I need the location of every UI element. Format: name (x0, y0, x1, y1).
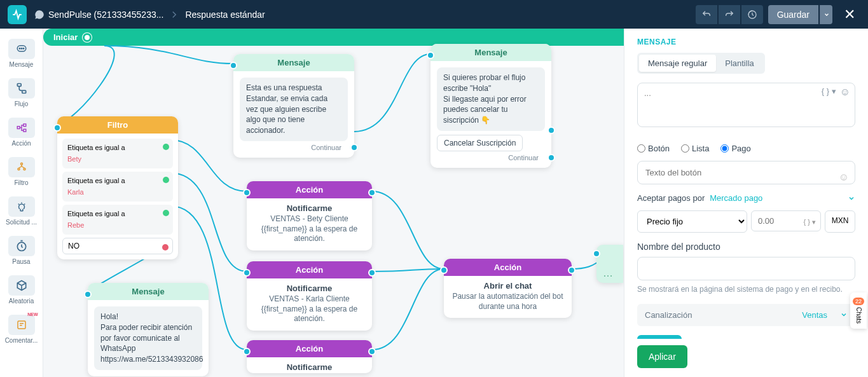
filter-condition[interactable]: Etiqueta es igual aRebe (62, 205, 173, 235)
apply-button[interactable]: Aplicar (637, 345, 687, 368)
radio-pago[interactable]: Pago (720, 144, 750, 153)
node-port-in[interactable] (440, 266, 448, 274)
panel-tabs: Mensaje regular Plantilla (637, 53, 765, 74)
radio-boton[interactable]: Botón (637, 144, 670, 153)
chevron-down-icon[interactable] (848, 195, 855, 202)
sidebar-item-comentar[interactable]: NEW Comentar... (4, 311, 39, 348)
node-port-in[interactable] (243, 269, 251, 277)
sidebar-item-solicitud[interactable]: Solicitud ... (4, 193, 39, 230)
node-port-in[interactable] (243, 189, 251, 196)
start-port[interactable] (83, 33, 92, 42)
radio-lista[interactable]: Lista (681, 144, 709, 153)
continue-label: Continuar (240, 141, 348, 151)
svg-rect-8 (24, 124, 26, 127)
action-title: Notificarme (247, 357, 372, 373)
save-dropdown-button[interactable] (820, 5, 832, 24)
message-text: Si quieres probar el flujo escribe "Hola… (437, 67, 545, 131)
product-name-input[interactable] (637, 257, 855, 280)
accept-payments-label: Aceptar pagos por (637, 193, 705, 203)
filter-no[interactable]: NO (62, 238, 173, 254)
whatsapp-icon (34, 10, 45, 20)
close-button[interactable]: ✕ (839, 4, 860, 25)
add-button[interactable]: Añadir (637, 335, 682, 339)
payment-provider-link[interactable]: Mercado pago (710, 193, 762, 203)
svg-point-10 (20, 163, 22, 165)
node-port-in[interactable] (84, 291, 92, 298)
action-node-3[interactable]: Acción Notificarme (247, 340, 372, 373)
node-port-out[interactable] (368, 189, 376, 196)
filter-condition[interactable]: Etiqueta es igual aBety (62, 139, 173, 168)
action-node-1[interactable]: Acción Notificarme VENTAS - Bety Cliente… (247, 181, 372, 250)
sidebar-item-flujo[interactable]: Flujo (4, 74, 39, 111)
node-port-in[interactable] (243, 348, 251, 355)
emoji-icon[interactable]: ☺ (840, 86, 850, 98)
redo-button[interactable] (719, 5, 740, 24)
action-node-openchat[interactable]: Acción Abrir el chat Pausar la automatiz… (444, 259, 572, 318)
chats-badge[interactable]: 22 Chats (850, 292, 867, 329)
svg-point-3 (21, 48, 22, 50)
node-header: Mensaje (88, 283, 209, 300)
node-port-in[interactable] (593, 250, 600, 257)
start-label: Iniciar (53, 32, 78, 42)
sidebar-item-aleatoria[interactable]: Aleatoria (4, 271, 39, 308)
cropped-node[interactable]: … (596, 245, 623, 283)
node-header: Filtro (57, 116, 178, 134)
sidebar-item-pausa[interactable]: Pausa (4, 232, 39, 269)
price-type-select[interactable]: Precio fijo (637, 210, 747, 233)
continue-label: Continuar (437, 151, 545, 161)
currency-label: MXN (825, 210, 855, 233)
node-port-in[interactable] (427, 51, 434, 59)
node-header: Acción (444, 259, 572, 276)
history-button[interactable] (741, 5, 763, 24)
message-button[interactable]: Cancelar Suscripción (437, 135, 523, 151)
port-true[interactable] (163, 144, 169, 150)
node-port-out[interactable] (568, 266, 575, 274)
port-false[interactable] (162, 244, 169, 250)
action-desc: VENTAS - Bety Cliente {{first_name}} a l… (247, 214, 372, 250)
message-node-1[interactable]: Mensaje Esta es una respuesta Estandar, … (233, 54, 354, 158)
action-title: Abrir el chat (444, 276, 572, 292)
node-port-out[interactable] (548, 154, 555, 161)
button-text-input[interactable] (637, 161, 855, 184)
save-button[interactable]: Guardar (768, 5, 818, 24)
svg-point-4 (23, 48, 24, 50)
port-true[interactable] (163, 210, 169, 216)
sidebar-label: Mensaje (10, 61, 34, 68)
node-port-out[interactable] (368, 269, 376, 277)
right-panel: MENSAJE Mensaje regular Plantilla { } ▾ … (624, 29, 868, 377)
tab-template[interactable]: Plantilla (716, 55, 763, 72)
message-node-2[interactable]: Mensaje Si quieres probar el flujo escri… (431, 44, 551, 168)
filter-condition[interactable]: Etiqueta es igual aKarla (62, 172, 173, 202)
message-node-3[interactable]: Mensaje Hola! Para poder recibir atenció… (88, 283, 209, 376)
breadcrumb-title[interactable]: Respuesta estándar (185, 10, 265, 20)
action-node-2[interactable]: Acción Notificarme VENTAS - Karla Client… (247, 261, 372, 331)
message-textarea-wrap: { } ▾ ☺ (637, 83, 855, 130)
undo-button[interactable] (696, 5, 717, 24)
action-title: Notificarme (247, 278, 372, 294)
flow-icon (8, 78, 35, 99)
sidebar-item-filtro[interactable]: Filtro (4, 153, 39, 190)
panel-content: Botón Lista Pago ☺ Aceptar pagos por Mer… (624, 136, 868, 339)
node-port-in[interactable] (230, 62, 237, 69)
svg-point-2 (19, 48, 20, 50)
sidebar-label: Solicitud ... (6, 219, 37, 226)
node-header: Acción (247, 181, 372, 198)
breadcrumb-account[interactable]: SendPulse (521333455233... (34, 10, 163, 20)
node-port-out[interactable] (548, 127, 555, 134)
node-port-in[interactable] (53, 124, 61, 132)
variable-icon[interactable]: { } ▾ (822, 86, 836, 98)
random-icon (8, 275, 35, 296)
port-true[interactable] (163, 177, 169, 183)
node-port-out[interactable] (350, 144, 358, 151)
sidebar-item-mensaje[interactable]: Mensaje (4, 35, 39, 72)
tab-regular[interactable]: Mensaje regular (639, 55, 716, 72)
app-logo[interactable] (8, 5, 27, 24)
node-port-out[interactable] (368, 348, 376, 355)
filter-node[interactable]: Filtro Etiqueta es igual aBety Etiqueta … (57, 116, 178, 259)
sidebar-label: Comentar... (5, 337, 38, 344)
variable-icon[interactable]: { } ▾ (804, 217, 816, 226)
sidebar-item-accion[interactable]: Acción (4, 114, 39, 151)
channel-select[interactable]: Canalización Ventas (637, 304, 855, 326)
action-desc: VENTAS - Karla Cliente {{first_name}} a … (247, 294, 372, 331)
pause-icon (8, 236, 35, 256)
